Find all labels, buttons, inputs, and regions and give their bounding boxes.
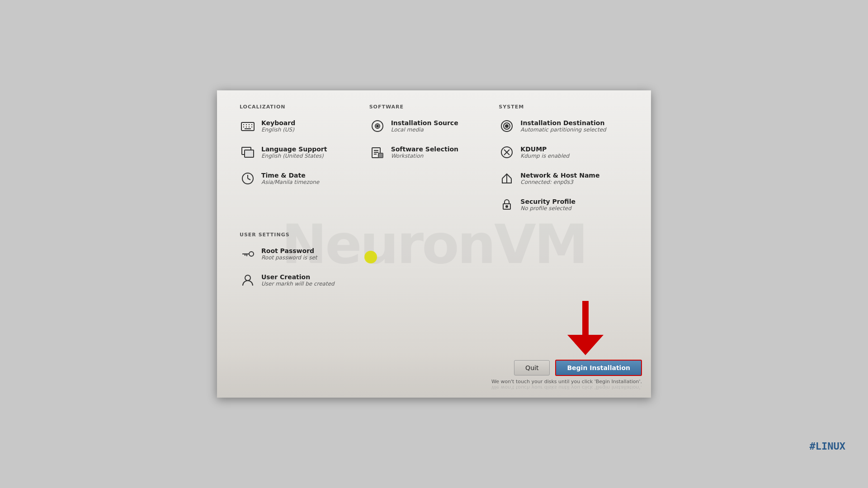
svg-rect-13 <box>245 150 254 157</box>
root-password-subtitle: Root password is set <box>261 254 317 261</box>
quit-button[interactable]: Quit <box>514 360 550 375</box>
user-creation-title: User Creation <box>261 273 335 281</box>
localization-section: LOCALIZATION <box>240 104 369 223</box>
kdump-title: KDUMP <box>520 145 569 153</box>
software-selection-subtitle: Workstation <box>391 153 458 159</box>
time-date-title: Time & Date <box>261 172 319 179</box>
bottom-bar: Quit Begin Installation We won't touch y… <box>217 353 651 398</box>
language-support-icon <box>240 144 256 160</box>
time-date-subtitle: Asia/Manila timezone <box>261 179 319 185</box>
user-settings-title: USER SETTINGS <box>240 232 628 238</box>
user-settings-col: Root Password Root password is set <box>240 246 369 298</box>
keyboard-item[interactable]: Keyboard English (US) <box>240 118 365 134</box>
installation-source-item[interactable]: Installation Source Local media <box>369 118 495 134</box>
user-settings-section: USER SETTINGS Root Pas <box>240 232 628 298</box>
cursor-dot <box>364 251 377 263</box>
software-selection-icon <box>369 144 386 160</box>
arrow-annotation <box>567 301 604 357</box>
main-window: NeuronVM LOCALIZATION <box>217 90 651 398</box>
time-date-item[interactable]: Time & Date Asia/Manila timezone <box>240 170 365 187</box>
svg-marker-1 <box>567 335 604 355</box>
system-title: SYSTEM <box>499 104 628 110</box>
security-profile-icon <box>499 197 515 213</box>
svg-point-27 <box>505 125 508 127</box>
localization-title: LOCALIZATION <box>240 104 365 110</box>
language-support-subtitle: English (United States) <box>261 153 327 159</box>
keyboard-title: Keyboard <box>261 119 295 127</box>
user-creation-item[interactable]: User Creation User markh will be created <box>240 272 369 288</box>
network-icon <box>499 170 515 187</box>
security-profile-title: Security Profile <box>520 198 576 206</box>
installation-destination-subtitle: Automatic partitioning selected <box>520 127 606 133</box>
software-selection-item[interactable]: Software Selection Workstation <box>369 144 495 160</box>
svg-line-16 <box>248 178 250 180</box>
kdump-icon <box>499 144 515 160</box>
svg-point-19 <box>377 125 378 127</box>
svg-rect-24 <box>378 153 383 158</box>
installation-destination-icon <box>499 118 515 134</box>
network-hostname-subtitle: Connected: enp0s3 <box>520 179 599 185</box>
security-profile-subtitle: No profile selected <box>520 205 576 211</box>
root-password-icon <box>240 246 256 262</box>
language-support-title: Language Support <box>261 145 327 153</box>
user-creation-subtitle: User markh will be created <box>261 281 335 287</box>
bottom-buttons: Quit Begin Installation <box>514 360 642 376</box>
system-section: SYSTEM Installation Destination Automati… <box>499 104 628 223</box>
language-support-item[interactable]: Language Support English (United States) <box>240 144 365 160</box>
svg-point-34 <box>249 252 254 256</box>
keyboard-subtitle: English (US) <box>261 127 295 133</box>
installation-source-icon <box>369 118 386 134</box>
kdump-item[interactable]: KDUMP Kdump is enabled <box>499 144 628 160</box>
installation-source-title: Installation Source <box>391 119 458 127</box>
svg-point-32 <box>506 206 508 207</box>
installation-destination-title: Installation Destination <box>520 119 606 127</box>
begin-installation-button[interactable]: Begin Installation <box>555 360 642 376</box>
bottom-note-reflected: We won't touch your disks until you clic… <box>491 385 642 390</box>
software-section: SOFTWARE Installation Source Local media <box>369 104 499 223</box>
linux-tag: #LINUX <box>810 441 845 452</box>
network-hostname-title: Network & Host Name <box>520 172 599 179</box>
software-title: SOFTWARE <box>369 104 495 110</box>
network-hostname-item[interactable]: Network & Host Name Connected: enp0s3 <box>499 170 628 187</box>
software-selection-title: Software Selection <box>391 145 458 153</box>
kdump-subtitle: Kdump is enabled <box>520 153 569 159</box>
clock-icon <box>240 170 256 187</box>
installation-destination-item[interactable]: Installation Destination Automatic parti… <box>499 118 628 134</box>
bottom-note: We won't touch your disks until you clic… <box>491 379 642 385</box>
svg-point-37 <box>245 275 250 281</box>
installation-source-subtitle: Local media <box>391 127 458 133</box>
root-password-item[interactable]: Root Password Root password is set <box>240 246 369 262</box>
user-creation-icon <box>240 272 256 288</box>
root-password-title: Root Password <box>261 247 317 255</box>
keyboard-icon <box>240 118 256 134</box>
security-profile-item[interactable]: Security Profile No profile selected <box>499 197 628 213</box>
